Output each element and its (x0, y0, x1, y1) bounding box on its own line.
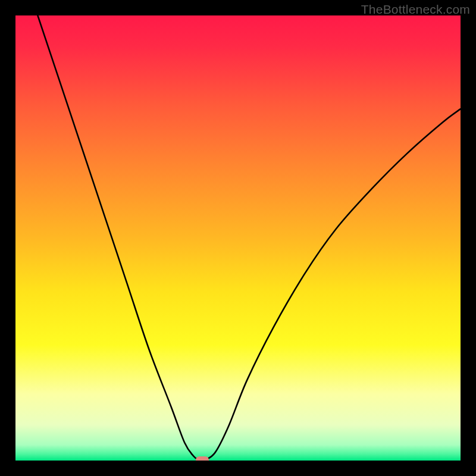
optimal-point-marker (196, 456, 209, 461)
plot-area (15, 15, 461, 461)
bottleneck-curve (15, 15, 461, 461)
watermark-text: TheBottleneck.com (361, 2, 470, 17)
chart-frame: TheBottleneck.com (0, 0, 476, 476)
